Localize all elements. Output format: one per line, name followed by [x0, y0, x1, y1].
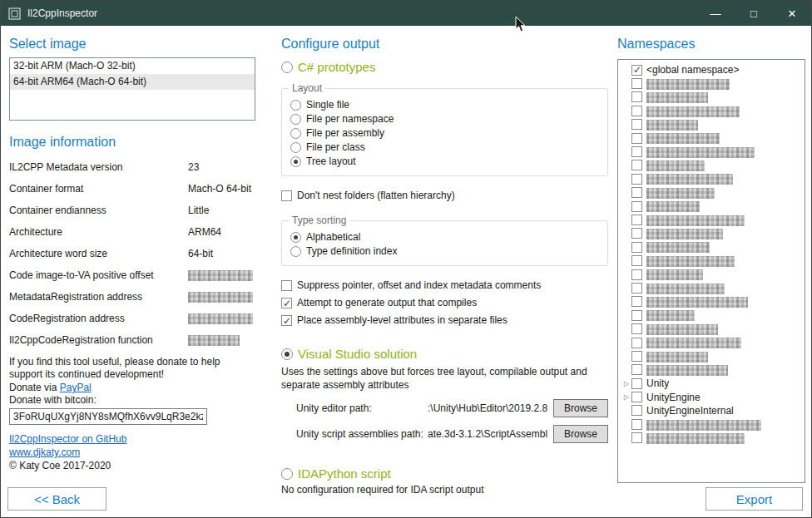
namespace-checkbox[interactable] [631, 323, 642, 334]
website-link[interactable]: www.djkaty.com [9, 446, 255, 459]
configure-output-panel: Configure output C# prototypes Layout Si… [281, 36, 608, 496]
namespace-item[interactable]: ▷ [620, 131, 803, 145]
namespace-item[interactable]: ▷ [620, 308, 803, 322]
namespace-item[interactable]: ▷ Unity [620, 377, 803, 390]
namespace-checkbox[interactable] [631, 405, 642, 416]
namespace-checkbox[interactable] [631, 160, 642, 170]
checkbox-option[interactable]: Place assembly-level attributes in separ… [281, 313, 608, 327]
namespace-checkbox[interactable] [631, 255, 642, 266]
namespace-item[interactable]: ▷ [620, 254, 803, 267]
namespace-checkbox[interactable] [631, 338, 642, 348]
radio-option[interactable]: Type definition index [290, 244, 599, 258]
namespace-label [646, 432, 745, 444]
namespace-item[interactable]: ▷ [620, 240, 803, 254]
unity-editor-browse-button[interactable]: Browse [553, 399, 608, 417]
radio-option[interactable]: File per assembly [290, 126, 599, 140]
checkbox-option[interactable]: Attempt to generate output that compiles [281, 296, 608, 309]
image-list-item[interactable]: 64-bit ARM64 (Mach-O 64-bit) [10, 74, 255, 90]
namespace-item[interactable]: ▷ [620, 213, 803, 226]
namespace-item[interactable]: ▷ [620, 186, 803, 200]
unity-editor-path-label: Unity editor path: [296, 402, 428, 414]
namespace-checkbox[interactable] [631, 174, 642, 185]
github-link[interactable]: Il2CppInspector on GitHub [9, 432, 255, 446]
namespace-checkbox[interactable] [631, 392, 642, 402]
vs-description: Uses the settings above but forces tree … [281, 365, 608, 392]
radio-option[interactable]: File per namespace [290, 112, 599, 126]
namespace-checkbox[interactable] [631, 146, 642, 157]
namespace-item[interactable]: ▷ UnityEngine [620, 390, 803, 403]
namespace-checkbox[interactable] [631, 364, 642, 375]
ida-radio[interactable]: IDAPython script [281, 467, 608, 481]
namespace-checkbox[interactable] [631, 215, 642, 225]
namespace-checkbox[interactable] [631, 419, 642, 430]
namespace-item[interactable]: ▷ [620, 172, 803, 185]
namespace-item[interactable]: ▷ [620, 349, 803, 363]
namespace-checkbox[interactable] [631, 432, 642, 443]
back-button[interactable]: << Back [7, 487, 106, 511]
flatten-checkbox[interactable]: Don't nest folders (flatten hierarchy) [281, 189, 608, 202]
namespace-checkbox[interactable] [631, 228, 642, 239]
checkbox-option[interactable]: Suppress pointer, offset and index metad… [281, 279, 608, 292]
minimize-button[interactable]: — [696, 1, 735, 26]
namespace-checkbox[interactable] [631, 106, 642, 116]
info-value [188, 334, 255, 347]
namespace-item[interactable]: ▷ [620, 322, 803, 335]
expander-icon[interactable]: ▷ [621, 380, 631, 387]
namespace-list[interactable]: ▷ <global namespace> ▷ ▷ ▷ ▷ ▷ ▷ ▷ ▷ ▷ [617, 59, 805, 483]
expander-icon[interactable]: ▷ [621, 393, 631, 401]
namespace-item[interactable]: ▷ [620, 145, 803, 158]
namespace-item[interactable]: ▷ [620, 281, 803, 294]
namespace-checkbox[interactable] [631, 296, 642, 307]
namespace-checkbox[interactable] [631, 310, 642, 321]
image-list-item[interactable]: 32-bit ARM (Mach-O 32-bit) [10, 58, 255, 74]
namespace-checkbox[interactable] [631, 65, 642, 76]
namespace-checkbox[interactable] [631, 91, 642, 102]
namespace-checkbox[interactable] [631, 351, 642, 362]
namespace-checkbox[interactable] [631, 378, 642, 389]
maximize-button[interactable]: □ [735, 1, 773, 26]
namespace-item[interactable]: ▷ [620, 159, 803, 172]
radio-option[interactable]: Tree layout [290, 155, 599, 168]
checkbox-icon [281, 190, 292, 201]
namespace-item[interactable]: ▷ [620, 432, 803, 445]
namespace-item[interactable]: ▷ [620, 76, 803, 90]
namespace-item[interactable]: ▷ [620, 91, 803, 104]
info-value: 23 [188, 161, 255, 174]
csharp-radio[interactable]: C# prototypes [281, 61, 608, 74]
namespace-item[interactable]: ▷ [620, 295, 803, 308]
namespace-checkbox[interactable] [631, 269, 642, 280]
namespace-item[interactable]: ▷ [620, 200, 803, 213]
namespace-label [646, 119, 698, 131]
image-list-item-label: 64-bit ARM64 (Mach-O 64-bit) [13, 76, 146, 87]
namespace-item[interactable]: ▷ [620, 104, 803, 117]
namespace-checkbox[interactable] [631, 133, 642, 144]
namespace-item[interactable]: ▷ [620, 118, 803, 131]
export-button[interactable]: Export [706, 487, 803, 511]
namespace-checkbox[interactable] [631, 119, 642, 130]
vs-radio[interactable]: Visual Studio solution [281, 348, 608, 361]
namespace-item[interactable]: ▷ [620, 417, 803, 431]
namespace-item[interactable]: ▷ [620, 227, 803, 240]
namespace-label: UnityEngine [646, 392, 701, 403]
namespace-checkbox[interactable] [631, 187, 642, 198]
namespace-label [646, 337, 741, 348]
paypal-link[interactable]: PayPal [60, 382, 92, 393]
radio-option[interactable]: File per class [290, 141, 599, 154]
namespace-checkbox[interactable] [631, 283, 642, 294]
radio-option[interactable]: Single file [290, 98, 599, 111]
namespace-item[interactable]: ▷ [620, 363, 803, 377]
namespace-item[interactable]: ▷ [620, 268, 803, 281]
redacted-namespace [646, 160, 705, 171]
namespace-item[interactable]: ▷ UnityEngineInternal [620, 404, 803, 417]
image-listbox[interactable]: 32-bit ARM (Mach-O 32-bit) 64-bit ARM64 … [9, 57, 255, 121]
unity-script-browse-button[interactable]: Browse [553, 425, 608, 443]
namespace-checkbox[interactable] [631, 78, 642, 89]
radio-option[interactable]: Alphabetical [290, 230, 599, 244]
namespace-item[interactable]: ▷ <global namespace> [620, 63, 803, 76]
bitcoin-address-input[interactable] [9, 408, 207, 425]
namespace-checkbox[interactable] [631, 242, 642, 253]
namespace-checkbox[interactable] [631, 201, 642, 212]
close-button[interactable]: ✕ [773, 1, 811, 26]
namespace-item[interactable]: ▷ [620, 336, 803, 349]
namespace-label [646, 296, 748, 308]
